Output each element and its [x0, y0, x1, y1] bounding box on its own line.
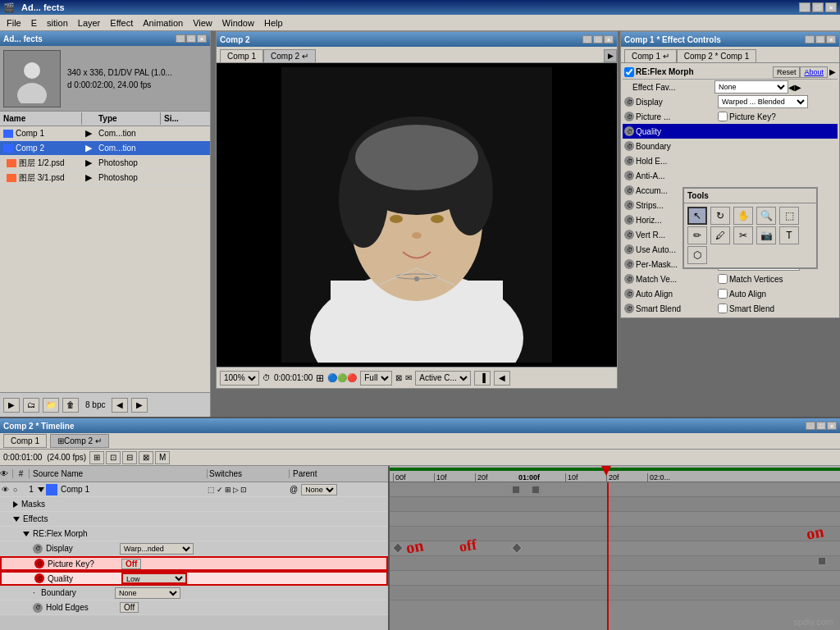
- viewer-tab-comp1[interactable]: Comp 1: [220, 49, 263, 62]
- ec-minimize[interactable]: _: [805, 35, 815, 43]
- camera-select[interactable]: Active C...: [415, 371, 471, 386]
- menu-view[interactable]: View: [188, 16, 217, 30]
- kf-box1[interactable]: [511, 485, 521, 495]
- tl-ctrl4[interactable]: ⊠: [139, 451, 153, 464]
- tool-shape[interactable]: ⬡: [687, 246, 707, 264]
- project-row-psd1[interactable]: 图层 1/2.psd ▶ Photoshop: [0, 156, 210, 171]
- quality-row[interactable]: ⏱ Quality: [623, 124, 838, 139]
- viewer-nav-btn[interactable]: ▶: [604, 49, 617, 62]
- display-sw[interactable]: ⏱: [33, 544, 43, 554]
- expand-arrow[interactable]: [38, 487, 44, 492]
- strips-stopwatch[interactable]: ⏱: [624, 200, 634, 210]
- tool-rotate[interactable]: ↻: [710, 207, 730, 225]
- fav-nav-left[interactable]: ◀: [788, 83, 795, 92]
- boundary-stopwatch[interactable]: ⏱: [624, 141, 634, 151]
- tl-maximize[interactable]: □: [816, 422, 826, 430]
- tl-close[interactable]: ×: [827, 422, 837, 430]
- picture-stopwatch[interactable]: ⏱: [624, 112, 634, 121]
- pic-key-sw[interactable]: ⏱: [34, 559, 44, 568]
- comp2-close[interactable]: ×: [604, 35, 614, 43]
- comp2-minimize[interactable]: _: [582, 35, 592, 43]
- ec-tab-comp2[interactable]: Comp 2 * Comp 1: [677, 49, 756, 62]
- menu-layer[interactable]: Layer: [73, 16, 106, 30]
- tl-layer-comp1[interactable]: 👁 ○ 1 Comp 1 ⬚ ✓ ⊞ ▷ ⊡ @ None: [0, 482, 388, 497]
- comp2-maximize[interactable]: □: [593, 35, 603, 43]
- quality-prop-select[interactable]: Low: [121, 573, 187, 584]
- tool-scissors[interactable]: ✂: [733, 226, 753, 244]
- delete-button[interactable]: 🗑: [62, 398, 79, 413]
- zoom-select[interactable]: 100%: [220, 371, 259, 386]
- parent-select[interactable]: None: [301, 484, 337, 495]
- kf-box-right[interactable]: [817, 556, 827, 566]
- masks-expand[interactable]: [13, 501, 18, 508]
- tool-camera[interactable]: 📷: [756, 226, 776, 244]
- auto-align-checkbox[interactable]: [718, 289, 728, 299]
- tl-tab-comp1[interactable]: Comp 1: [3, 434, 47, 448]
- horiz-stopwatch[interactable]: ⏱: [624, 215, 634, 225]
- tl-reflex-row[interactable]: RE:Flex Morph: [0, 527, 388, 541]
- boundary-prop-select[interactable]: None: [115, 587, 180, 599]
- tl-tab-comp2[interactable]: ⊞Comp 2 ↵: [50, 434, 109, 448]
- minimize-button[interactable]: _: [799, 2, 810, 12]
- maximize-button[interactable]: □: [812, 2, 824, 12]
- sw5[interactable]: ⊡: [240, 486, 247, 494]
- sw4[interactable]: ▷: [233, 486, 239, 494]
- project-close[interactable]: ×: [197, 34, 207, 43]
- tl-eye-icon[interactable]: 👁: [2, 486, 13, 494]
- new-comp-button[interactable]: ▶: [3, 398, 20, 413]
- quality-stopwatch[interactable]: ⏱: [624, 126, 634, 136]
- ec-maximize[interactable]: □: [815, 35, 825, 43]
- project-row-comp1[interactable]: Comp 1 ▶ Com...tion: [0, 126, 210, 141]
- tool-rect[interactable]: ⬚: [779, 207, 799, 225]
- tl-effects-row[interactable]: Effects: [0, 512, 388, 527]
- menu-effect[interactable]: Effect: [105, 16, 138, 30]
- sw2[interactable]: ✓: [217, 486, 223, 494]
- hold-sw[interactable]: ⏱: [33, 603, 43, 613]
- smart-blend-checkbox[interactable]: [718, 304, 728, 313]
- project-row-comp2[interactable]: Comp 2 ▶ Com...tion: [0, 141, 210, 156]
- new-folder-button[interactable]: 📁: [43, 398, 59, 413]
- tool-text[interactable]: T: [779, 226, 799, 244]
- kf-box2[interactable]: [531, 485, 541, 495]
- sw1[interactable]: ⬚: [208, 486, 215, 494]
- anti-stopwatch[interactable]: ⏱: [624, 171, 634, 180]
- menu-animation[interactable]: Animation: [138, 16, 188, 30]
- tl-solo-icon[interactable]: ○: [13, 486, 25, 494]
- close-button[interactable]: ×: [825, 2, 837, 12]
- folder-button[interactable]: 🗂: [23, 398, 39, 413]
- viewer-btn1[interactable]: ▐: [474, 371, 491, 386]
- reflex-expand[interactable]: [23, 532, 30, 536]
- quality-select[interactable]: Full: [360, 371, 392, 386]
- display-select[interactable]: Warped ... Blended: [718, 95, 808, 108]
- match-vertices-checkbox[interactable]: [718, 274, 728, 284]
- effect-fav-select[interactable]: None: [714, 80, 788, 94]
- quality-sw[interactable]: ⏱: [34, 573, 44, 583]
- auto-align-stopwatch[interactable]: ⏱: [624, 289, 634, 299]
- fav-nav-right[interactable]: ▶: [795, 83, 801, 92]
- tl-ctrl2[interactable]: ⊡: [106, 451, 121, 464]
- tool-zoom[interactable]: 🔍: [756, 207, 776, 225]
- tl-minimize[interactable]: _: [806, 422, 815, 430]
- effects-expand[interactable]: [13, 517, 20, 522]
- viewer-btn2[interactable]: ◀: [494, 371, 510, 386]
- tl-ctrl3[interactable]: ⊟: [122, 451, 137, 464]
- hold-stopwatch[interactable]: ⏱: [624, 156, 634, 166]
- tl-masks-row[interactable]: Masks: [0, 497, 388, 512]
- tool-brush[interactable]: 🖊: [710, 226, 730, 244]
- next-button[interactable]: ▶: [131, 398, 148, 413]
- menu-help[interactable]: Help: [259, 16, 288, 30]
- kf-diamond2[interactable]: [511, 542, 523, 554]
- tool-select[interactable]: ↖: [687, 207, 707, 225]
- ec-close[interactable]: ×: [826, 35, 836, 43]
- menu-file[interactable]: File: [2, 16, 26, 30]
- reset-button[interactable]: Reset: [773, 66, 801, 78]
- display-prop-select[interactable]: Warp...nded: [120, 543, 194, 555]
- project-minimize[interactable]: _: [176, 34, 185, 43]
- kf-diamond1[interactable]: [392, 542, 404, 554]
- per-stopwatch[interactable]: ⏱: [624, 259, 634, 269]
- menu-composition[interactable]: sition: [42, 16, 73, 30]
- ec-tab-comp1[interactable]: Comp 1 ↵: [624, 49, 677, 62]
- tool-pan[interactable]: ✋: [733, 207, 753, 225]
- auto-stopwatch[interactable]: ⏱: [624, 244, 634, 254]
- tl-ctrl1[interactable]: ⊞: [89, 451, 104, 464]
